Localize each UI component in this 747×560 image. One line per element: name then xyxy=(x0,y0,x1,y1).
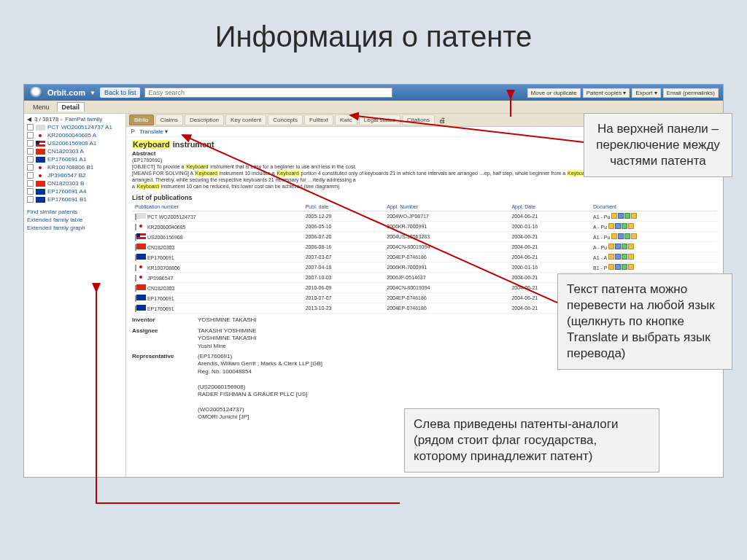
doc-icon[interactable] xyxy=(611,213,617,219)
patent-copies-button[interactable]: Patent copies ▾ xyxy=(583,88,630,98)
sidebar-patent-item[interactable]: KR100708806 B1 xyxy=(26,163,124,171)
doc-icon[interactable] xyxy=(608,264,614,270)
doc-icon[interactable] xyxy=(628,223,634,229)
doc-icon[interactable] xyxy=(628,244,634,249)
move-duplicate-button[interactable]: Move or duplicate xyxy=(527,88,581,98)
doc-icon[interactable] xyxy=(628,254,634,260)
flag-icon xyxy=(136,295,146,300)
tab-claims[interactable]: Claims xyxy=(155,114,183,125)
flag-icon xyxy=(136,264,146,270)
tab-kwic[interactable]: Kwic xyxy=(335,114,357,125)
extended-table-link[interactable]: Extended family table xyxy=(27,216,123,224)
doc-icon[interactable] xyxy=(624,233,630,239)
doc-icon[interactable] xyxy=(615,264,621,270)
sidebar-patent-item[interactable]: KR20060040685 A xyxy=(26,131,124,139)
sidebar-patent-item[interactable]: EP1760691 A1 xyxy=(26,155,124,163)
table-row[interactable]: US20061569082006-07-202004US-10563283200… xyxy=(132,232,717,242)
doc-icon[interactable] xyxy=(628,264,634,270)
checkbox[interactable] xyxy=(27,148,34,155)
checkbox[interactable] xyxy=(27,172,34,179)
detail-tab[interactable]: Detail xyxy=(57,102,85,112)
checkbox[interactable] xyxy=(27,124,34,131)
th-pub-date[interactable]: Publ. date xyxy=(303,203,384,211)
checkbox[interactable] xyxy=(27,164,34,171)
family-nav: ◀ 3 / 38178 - FamPat family xyxy=(26,115,124,123)
export-button[interactable]: Export ▾ xyxy=(632,88,660,98)
flag-icon xyxy=(36,133,45,139)
flag-icon xyxy=(36,189,45,195)
doc-icon[interactable] xyxy=(622,254,627,260)
doc-icon[interactable] xyxy=(622,264,627,270)
top-bar: Orbit.com ▼ Back to list Move or duplica… xyxy=(24,85,723,101)
nav-position: 3 / 38178 - xyxy=(34,116,62,122)
sidebar-patent-item[interactable]: US2006156908 A1 xyxy=(26,139,124,147)
th-appl-date[interactable]: Appl. Date xyxy=(508,203,590,211)
tab-description[interactable]: Description xyxy=(185,114,224,125)
brand-name: Orbit.com xyxy=(47,88,85,97)
doc-icon[interactable] xyxy=(618,213,624,219)
flag-icon xyxy=(136,244,146,249)
tab-concepts[interactable]: Concepts xyxy=(268,114,303,125)
translate-button[interactable]: Translate ▾ xyxy=(139,128,168,135)
sidebar-patent-item[interactable]: EP1760691 A4 xyxy=(26,187,124,195)
extended-graph-link[interactable]: Extended family graph xyxy=(27,224,123,232)
menu-tab[interactable]: Menu xyxy=(28,103,54,112)
sidebar-patent-item[interactable]: JP3986547 B2 xyxy=(26,171,124,179)
flag-icon xyxy=(136,213,146,219)
doc-icon[interactable] xyxy=(624,213,630,219)
doc-icon[interactable] xyxy=(622,244,627,249)
table-row[interactable]: PCT WO20051247372005-12-292004WO-JP08717… xyxy=(132,211,717,222)
checkbox[interactable] xyxy=(27,196,34,203)
flag-icon xyxy=(36,165,45,171)
back-to-list-link[interactable]: Back to list xyxy=(100,88,141,98)
find-similar-link[interactable]: Find similar patents xyxy=(27,208,123,216)
tab-key-content[interactable]: Key content xyxy=(225,114,266,125)
flag-icon xyxy=(36,141,45,147)
assignee-label: Assignee xyxy=(132,327,198,350)
table-row[interactable]: EP17606912007-03-072004EP-07461862004-06… xyxy=(132,252,717,262)
doc-icon[interactable] xyxy=(608,244,614,249)
annotation-sidebar: Слева приведены патенты-аналоги (рядом с… xyxy=(404,408,659,472)
search-input[interactable] xyxy=(144,88,392,98)
tab-biblio[interactable]: Biblio xyxy=(129,114,154,125)
sidebar-patent-item[interactable]: CN1820303 B xyxy=(26,179,124,187)
sidebar-patent-item[interactable]: PCTWO2005124737 A1 xyxy=(26,123,124,131)
doc-icon[interactable] xyxy=(631,213,637,219)
checkbox[interactable] xyxy=(27,140,34,147)
flag-icon xyxy=(36,157,45,163)
tab-legal-status[interactable]: Legal status xyxy=(359,114,400,125)
checkbox[interactable] xyxy=(27,188,34,195)
doc-icon[interactable] xyxy=(615,244,621,249)
sidebar-patent-item[interactable]: CN1820303 A xyxy=(26,147,124,155)
checkbox[interactable] xyxy=(27,132,34,139)
doc-icon[interactable] xyxy=(631,233,637,239)
doc-icon[interactable] xyxy=(611,233,617,239)
doc-icon[interactable] xyxy=(608,223,614,229)
doc-icon[interactable] xyxy=(615,223,621,229)
table-row[interactable]: CN18203032006-08-162004CN-800193942004-0… xyxy=(132,242,717,252)
th-appl-number[interactable]: Appl. Number xyxy=(384,203,508,211)
table-row[interactable]: KR1007088062007-04-182006KR-70009912006-… xyxy=(132,262,717,273)
th-document[interactable]: Document xyxy=(590,203,717,211)
flag-icon xyxy=(136,305,146,311)
doc-icon[interactable] xyxy=(608,254,614,260)
orbit-logo-icon xyxy=(28,87,43,98)
chevron-down-icon[interactable]: ▼ xyxy=(90,90,96,96)
annotation-translate: Текст патента можно перевести на любой я… xyxy=(557,273,732,370)
checkbox[interactable] xyxy=(27,180,34,187)
th-pub-number[interactable]: Publication number xyxy=(132,203,303,211)
table-row[interactable]: KR200600406852006-05-102006KR-7000991200… xyxy=(132,222,717,232)
doc-icon[interactable] xyxy=(618,233,624,239)
checkbox[interactable] xyxy=(27,156,34,163)
nav-left-icon[interactable]: ◀ xyxy=(27,116,31,122)
slide-title: Информация о патенте xyxy=(0,0,747,69)
sidebar-patent-item[interactable]: EP1760691 B1 xyxy=(26,195,124,203)
doc-icon[interactable] xyxy=(615,254,621,260)
doc-icon[interactable] xyxy=(622,223,627,229)
tab-citations[interactable]: Citations xyxy=(402,114,435,125)
flag-icon: 🏳 xyxy=(131,128,136,135)
tab-fulltext[interactable]: Fulltext xyxy=(304,114,333,125)
flag-icon xyxy=(36,173,45,179)
print-icon[interactable]: 🖨 xyxy=(439,117,446,124)
email-button[interactable]: Email (permalinks) xyxy=(663,88,719,98)
